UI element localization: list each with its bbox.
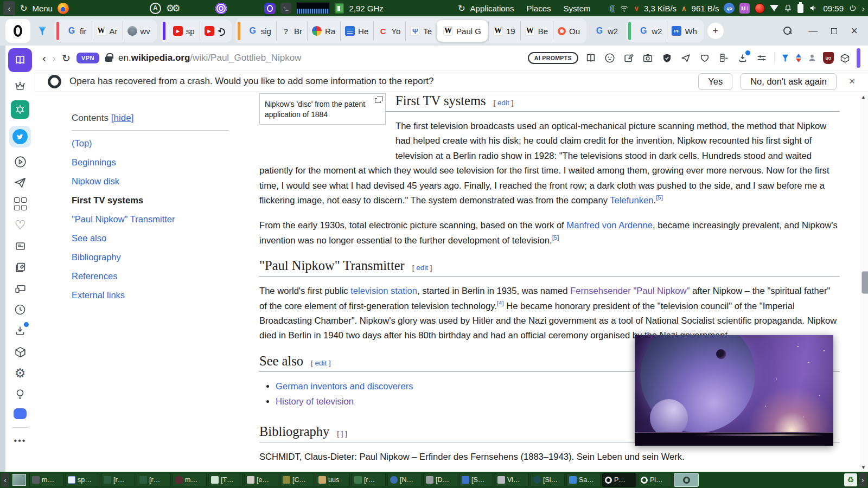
updown-arrows-icon[interactable] bbox=[796, 54, 801, 62]
trash-recycle-icon[interactable]: ♻ bbox=[844, 473, 857, 486]
tab[interactable]: ▶sp bbox=[169, 21, 199, 41]
applications-menu[interactable]: Applications bbox=[470, 4, 514, 13]
forward-button[interactable]: › bbox=[52, 52, 56, 65]
shield-check-icon[interactable] bbox=[660, 52, 673, 65]
taskbar-window-button[interactable]: Vi… bbox=[495, 473, 529, 487]
taskbar-window-button[interactable]: [r… bbox=[101, 473, 135, 487]
toc-item-external-links[interactable]: External links bbox=[72, 290, 259, 309]
ref-4-link[interactable]: [4] bbox=[497, 300, 504, 306]
purple-panel-indicator[interactable] bbox=[857, 48, 860, 68]
speed-dial-grid-icon[interactable] bbox=[13, 197, 27, 211]
taskbar-window-button-selected[interactable] bbox=[674, 473, 699, 487]
minimize-button[interactable]: — bbox=[808, 25, 818, 36]
workspace-switcher[interactable] bbox=[12, 474, 26, 486]
tab[interactable]: W19 bbox=[488, 21, 520, 41]
history-clock-icon[interactable] bbox=[13, 303, 27, 317]
screen-recorder-icon[interactable] bbox=[755, 3, 765, 14]
taskbar-window-button[interactable]: [r… bbox=[137, 473, 171, 487]
crash-no-button[interactable]: No, don't ask again bbox=[741, 73, 837, 90]
taskbar-right-arrow[interactable]: › bbox=[859, 473, 867, 487]
system-monitor-graph[interactable] bbox=[296, 2, 330, 14]
sidebar-more-button[interactable]: ••• bbox=[14, 436, 27, 446]
news-card-icon[interactable] bbox=[13, 239, 27, 253]
taskbar-window-button[interactable]: [Si… bbox=[531, 473, 565, 487]
tab[interactable]: ΨTe bbox=[405, 21, 436, 41]
taskbar-window-button[interactable]: [C… bbox=[280, 473, 314, 487]
ref-5-link[interactable]: [5] bbox=[552, 234, 559, 241]
terminal-icon[interactable]: ›_ bbox=[280, 3, 291, 14]
taskbar-window-button[interactable]: m… bbox=[173, 473, 207, 487]
toc-hide-link[interactable]: [hide] bbox=[111, 113, 134, 123]
feedback-face-icon[interactable] bbox=[603, 52, 616, 65]
battery-icon[interactable] bbox=[797, 4, 803, 13]
taskbar-window-button[interactable]: uus bbox=[316, 473, 350, 487]
download-update-icon[interactable] bbox=[736, 52, 749, 65]
back-button[interactable]: ‹ bbox=[42, 52, 46, 65]
taskbar-window-button-focused[interactable]: P… bbox=[602, 473, 636, 487]
tab[interactable]: Gfir bbox=[62, 21, 91, 41]
edit-link[interactable]: edit bbox=[416, 264, 428, 272]
heart-icon[interactable] bbox=[698, 52, 711, 65]
my-flow-icon[interactable] bbox=[13, 281, 27, 296]
taskbar-window-button[interactable]: [S… bbox=[459, 473, 493, 487]
thumbnail-caption-box[interactable]: Nipkow's 'disc' from the patent applicat… bbox=[259, 93, 386, 125]
player-icon[interactable] bbox=[13, 155, 27, 169]
notifications-bell-icon[interactable] bbox=[783, 3, 793, 13]
firefox-icon[interactable] bbox=[58, 3, 69, 14]
search-a-icon[interactable]: A bbox=[150, 3, 161, 14]
telegram-send-icon[interactable] bbox=[13, 176, 27, 190]
system-menu[interactable]: System bbox=[564, 4, 591, 13]
lightbulb-icon[interactable] bbox=[13, 387, 27, 401]
link-television-station[interactable]: television station bbox=[350, 286, 417, 296]
tab[interactable]: Ou bbox=[553, 21, 584, 41]
ref-5-link[interactable]: [5] bbox=[656, 195, 663, 201]
page-scrollbar[interactable]: ▲ ▼ bbox=[860, 92, 868, 472]
toc-item-references[interactable]: References bbox=[72, 271, 259, 290]
snapshot-camera-icon[interactable] bbox=[641, 52, 654, 65]
new-tab-button[interactable]: + bbox=[707, 23, 724, 39]
taskbar-window-button[interactable]: [N… bbox=[387, 473, 422, 487]
tab-group-bar-purple[interactable] bbox=[163, 22, 165, 40]
lock-icon[interactable] bbox=[105, 56, 112, 62]
sync-icon[interactable]: ↻ bbox=[20, 3, 27, 14]
toc-item-first-tv-systems[interactable]: First TV systems bbox=[72, 195, 259, 214]
taskbar-window-button[interactable]: [e… bbox=[244, 473, 278, 487]
close-window-button[interactable]: × bbox=[851, 24, 858, 38]
scroll-up-arrow[interactable]: ▲ bbox=[861, 94, 866, 100]
ai-prompts-button[interactable]: AI PROMPTS bbox=[528, 52, 578, 64]
scrollbar-thumb[interactable] bbox=[861, 271, 868, 294]
opera-launcher-icon[interactable] bbox=[264, 3, 276, 14]
toc-item-beginnings[interactable]: Beginnings bbox=[72, 157, 259, 176]
tab-search-icon[interactable] bbox=[783, 27, 792, 35]
toc-item-top[interactable]: (Top) bbox=[72, 138, 259, 157]
taskbar-window-button[interactable]: sp… bbox=[65, 473, 99, 487]
downloads-icon[interactable] bbox=[13, 324, 27, 338]
panel-chevron-left-button[interactable]: ‹ bbox=[3, 1, 15, 15]
crash-yes-button[interactable]: Yes bbox=[698, 73, 732, 90]
heart-icon[interactable]: ♡ bbox=[13, 218, 27, 232]
picture-in-picture-video[interactable] bbox=[635, 335, 833, 446]
taskbar-window-button[interactable]: [T… bbox=[208, 473, 242, 487]
settings-gear-icon[interactable]: ⚙ bbox=[13, 366, 27, 380]
enlarge-icon[interactable] bbox=[375, 98, 381, 103]
tor-browser-icon[interactable] bbox=[215, 3, 227, 14]
qbittorrent-icon[interactable]: qb bbox=[724, 3, 735, 14]
opera-menu-button[interactable] bbox=[5, 19, 30, 43]
reload-button[interactable]: ↻ bbox=[62, 52, 71, 65]
tab[interactable]: Ra bbox=[307, 21, 340, 41]
chatgpt-icon[interactable] bbox=[11, 100, 29, 119]
taskbar-window-button[interactable]: [r… bbox=[352, 473, 386, 487]
reading-list-icon[interactable] bbox=[717, 52, 730, 65]
tab[interactable]: WBe bbox=[520, 21, 552, 41]
link-fernsehsender-paul-nipkow[interactable]: Fernsehsender "Paul Nipkow" bbox=[570, 286, 690, 296]
edit-link[interactable]: ] bbox=[341, 429, 343, 438]
link-history-of-television[interactable]: History of television bbox=[276, 396, 354, 407]
chat-bubble-icon[interactable] bbox=[14, 408, 27, 419]
person-icon[interactable] bbox=[807, 53, 818, 63]
tab[interactable]: wv bbox=[123, 21, 155, 41]
taskbar-window-button[interactable]: Pi… bbox=[638, 473, 672, 487]
crash-close-icon[interactable]: × bbox=[849, 75, 855, 87]
bookmark-edit-icon[interactable] bbox=[622, 52, 635, 65]
bookmarks-book-icon[interactable] bbox=[8, 48, 32, 72]
ublock-shield-icon[interactable]: UO bbox=[823, 52, 834, 64]
